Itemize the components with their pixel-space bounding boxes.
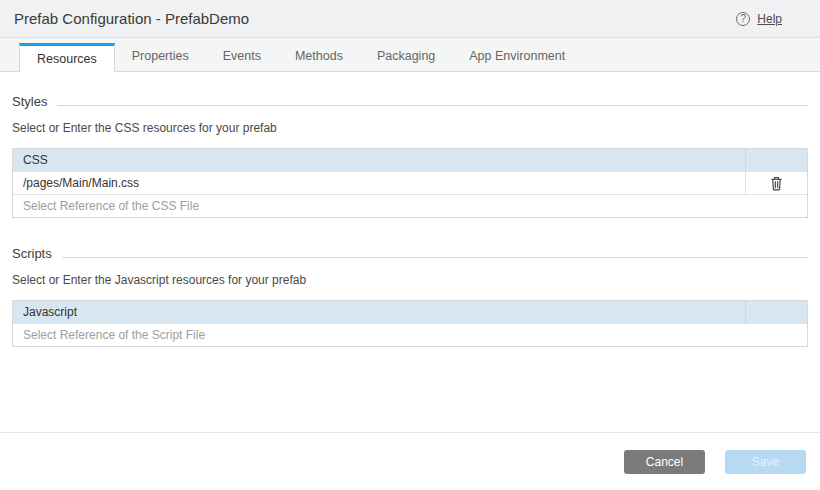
css-table-header-row: CSS (13, 149, 807, 171)
tab-properties[interactable]: Properties (115, 43, 206, 71)
resources-panel: Styles Select or Enter the CSS resources… (0, 94, 820, 347)
javascript-action-column-header (745, 301, 807, 323)
tab-resources[interactable]: Resources (19, 43, 115, 72)
dialog-header: Prefab Configuration - PrefabDemo ? Help (0, 0, 820, 38)
styles-section-description: Select or Enter the CSS resources for yo… (12, 121, 808, 135)
heading-divider (62, 257, 808, 258)
trash-icon (770, 179, 783, 194)
css-resource-cell (13, 172, 745, 194)
script-reference-input[interactable] (13, 328, 807, 342)
styles-section-heading: Styles (12, 94, 808, 109)
cancel-button[interactable]: Cancel (624, 450, 705, 474)
javascript-column-header: Javascript (13, 305, 745, 319)
table-row (13, 171, 807, 194)
help-icon: ? (736, 12, 750, 26)
tab-packaging[interactable]: Packaging (360, 43, 452, 71)
javascript-table-header-row: Javascript (13, 301, 807, 323)
css-column-header: CSS (13, 153, 745, 167)
page-title: Prefab Configuration - PrefabDemo (14, 10, 249, 27)
scripts-section-heading: Scripts (12, 246, 808, 261)
tab-app-environment[interactable]: App Environment (452, 43, 582, 71)
tab-events[interactable]: Events (206, 43, 278, 71)
heading-divider (57, 105, 808, 106)
css-resources-table: CSS (12, 148, 808, 218)
styles-heading-label: Styles (12, 94, 47, 109)
save-button[interactable]: Save (725, 450, 806, 474)
help-link-label: Help (757, 12, 782, 26)
delete-css-resource-button[interactable] (770, 176, 783, 191)
script-placeholder-row (13, 323, 807, 346)
tab-bar: Resources Properties Events Methods Pack… (0, 38, 820, 72)
dialog-footer: Cancel Save (0, 432, 820, 490)
css-resource-input[interactable] (13, 176, 745, 190)
css-action-column-header (745, 149, 807, 171)
tab-methods[interactable]: Methods (278, 43, 360, 71)
css-reference-input[interactable] (13, 199, 807, 213)
scripts-section-description: Select or Enter the Javascript resources… (12, 273, 808, 287)
css-resource-action-cell (745, 172, 807, 194)
help-link[interactable]: ? Help (736, 12, 782, 26)
scripts-heading-label: Scripts (12, 246, 52, 261)
javascript-resources-table: Javascript (12, 300, 808, 347)
css-placeholder-row (13, 194, 807, 217)
